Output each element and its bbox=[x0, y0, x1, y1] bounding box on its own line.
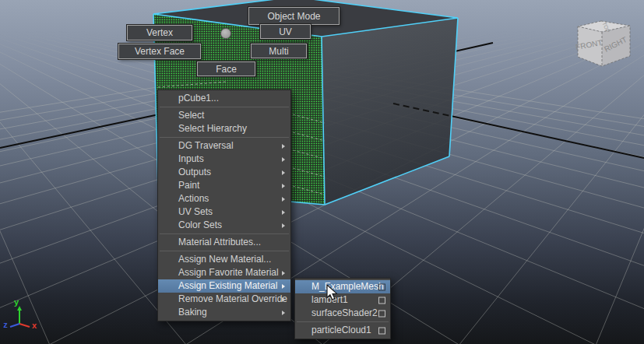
menu-item-remove-material-override[interactable]: Remove Material Override bbox=[158, 293, 290, 306]
menu-separator bbox=[160, 251, 289, 251]
menu-item-label: particleCloud1 bbox=[311, 325, 371, 335]
menu-item-label: pCube1... bbox=[178, 93, 219, 104]
menu-item-uv-sets[interactable]: UV Sets bbox=[158, 205, 290, 219]
menu-item-label: M_ExampleMesh bbox=[311, 281, 384, 292]
menu-item-select-hierarchy[interactable]: Select Hierarchy bbox=[158, 122, 290, 135]
menu-item-label: Material Attributes... bbox=[178, 237, 261, 247]
marking-menu-vertex-face[interactable]: Vertex Face bbox=[118, 44, 201, 59]
menu-item-assign-existing-material[interactable]: Assign Existing Material bbox=[158, 279, 290, 293]
submenu-arrow-icon bbox=[282, 210, 285, 215]
menu-separator bbox=[297, 321, 389, 322]
option-box[interactable] bbox=[378, 310, 385, 317]
menu-item-baking[interactable]: Baking bbox=[158, 306, 290, 319]
submenu-arrow-icon bbox=[282, 311, 285, 315]
menu-item-label: Paint bbox=[178, 180, 199, 191]
menu-item-label: Assign New Material... bbox=[178, 254, 271, 265]
menu-item-label: UV Sets bbox=[178, 206, 213, 217]
option-box[interactable] bbox=[378, 297, 385, 304]
menu-item-label: Inputs bbox=[178, 153, 204, 164]
submenu-arrow-icon bbox=[282, 197, 285, 202]
context-menu: pCube1...SelectSelect HierarchyDG Traver… bbox=[157, 90, 291, 321]
axis-z-label: z bbox=[3, 320, 8, 329]
menu-separator bbox=[160, 107, 289, 107]
menu-item-color-sets[interactable]: Color Sets bbox=[158, 219, 290, 232]
submenu-arrow-icon bbox=[282, 297, 285, 302]
submenu-arrow-icon bbox=[282, 271, 285, 276]
submenu-arrow-icon bbox=[282, 144, 285, 149]
marking-menu-multi[interactable]: Multi bbox=[251, 44, 307, 58]
submenu-arrow-icon bbox=[282, 184, 285, 188]
option-box[interactable] bbox=[378, 283, 385, 290]
menu-item-paint[interactable]: Paint bbox=[158, 179, 290, 192]
marking-menu-uv[interactable]: UV bbox=[260, 24, 311, 39]
marking-menu-object-mode[interactable]: Object Mode bbox=[248, 7, 340, 25]
menu-item-label: Select bbox=[178, 110, 204, 121]
menu-item-label: Assign Existing Material bbox=[178, 280, 277, 291]
menu-item-particlecloud1[interactable]: particleCloud1 bbox=[295, 324, 390, 337]
marking-menu-vertex[interactable]: Vertex bbox=[127, 25, 192, 40]
marking-menu-face[interactable]: Face bbox=[197, 61, 255, 76]
menu-item-material-attributes[interactable]: Material Attributes... bbox=[158, 236, 290, 249]
axis-gizmo: y x z bbox=[3, 297, 37, 330]
menu-separator bbox=[160, 137, 289, 138]
mouse-cursor-icon bbox=[326, 285, 339, 302]
axis-y-label: y bbox=[14, 297, 19, 307]
menu-item-dg-traversal[interactable]: DG Traversal bbox=[158, 139, 290, 153]
menu-item-assign-new-material[interactable]: Assign New Material... bbox=[158, 253, 290, 266]
option-box[interactable] bbox=[378, 327, 385, 334]
menu-separator bbox=[160, 233, 289, 234]
menu-item-surfaceshader2[interactable]: surfaceShader2 bbox=[295, 307, 390, 320]
menu-item-outputs[interactable]: Outputs bbox=[158, 166, 290, 179]
material-submenu: M_ExampleMeshlambert1surfaceShader2parti… bbox=[294, 278, 391, 339]
menu-item-label: DG Traversal bbox=[178, 140, 234, 151]
menu-item-label: Assign Favorite Material bbox=[178, 267, 279, 278]
submenu-arrow-icon bbox=[282, 284, 285, 289]
submenu-arrow-icon bbox=[282, 223, 285, 228]
menu-item-actions[interactable]: Actions bbox=[158, 192, 290, 205]
axis-x-label: x bbox=[32, 321, 37, 330]
menu-item-lambert1[interactable]: lambert1 bbox=[295, 293, 390, 307]
menu-item-inputs[interactable]: Inputs bbox=[158, 153, 290, 166]
view-cube[interactable]: FRONT RIGHT TOP bbox=[575, 21, 630, 66]
cube-right-face[interactable] bbox=[322, 18, 458, 205]
marking-menu-center-icon bbox=[220, 28, 231, 39]
menu-item-label: Remove Material Override bbox=[178, 293, 287, 304]
menu-item-label: Color Sets bbox=[178, 219, 222, 230]
submenu-arrow-icon bbox=[282, 157, 285, 162]
menu-item-label: Select Hierarchy bbox=[178, 123, 247, 134]
menu-item-label: Baking bbox=[178, 307, 207, 318]
menu-title-pcube1[interactable]: pCube1... bbox=[158, 92, 290, 105]
menu-item-label: Actions bbox=[178, 193, 209, 204]
menu-item-assign-favorite-material[interactable]: Assign Favorite Material bbox=[158, 266, 290, 279]
menu-item-m-examplemesh[interactable]: M_ExampleMesh bbox=[295, 280, 390, 293]
menu-item-label: Outputs bbox=[178, 167, 211, 177]
maya-viewport[interactable]: FRONT RIGHT TOP y x z Object Mode Vertex… bbox=[0, 0, 644, 344]
submenu-arrow-icon bbox=[282, 170, 285, 175]
menu-item-select[interactable]: Select bbox=[158, 109, 290, 122]
menu-item-label: surfaceShader2 bbox=[311, 307, 378, 318]
